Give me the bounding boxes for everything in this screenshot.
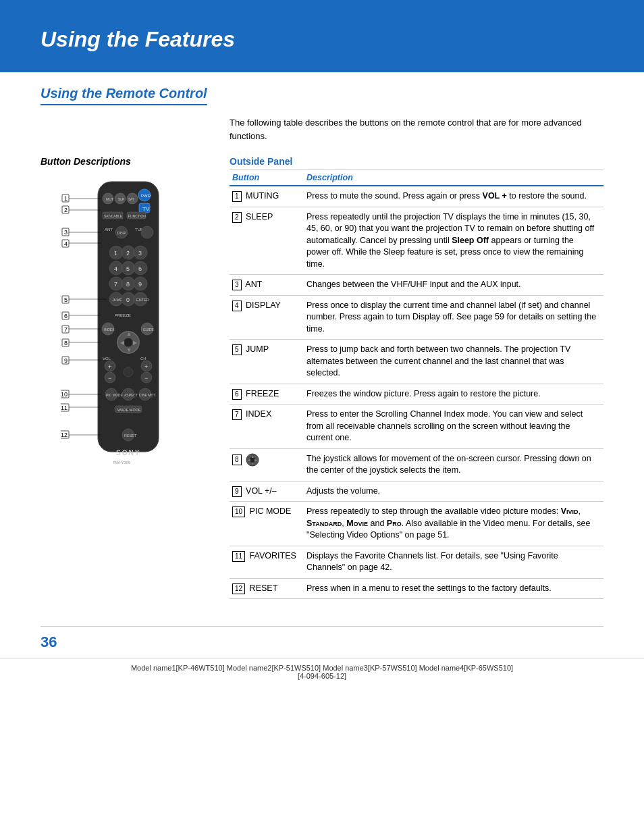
page-number: 36 <box>0 627 644 658</box>
table-cell-button: 11 FAVORITES <box>230 546 304 578</box>
footer-models: Model name1[KP-46WT510] Model name2[KP-5… <box>131 664 513 672</box>
table-header-row: Button Description <box>230 170 603 186</box>
svg-text:CINE MOT: CINE MOT <box>139 393 155 397</box>
svg-text:1: 1 <box>114 250 117 257</box>
table-cell-description: Press once to display the current time a… <box>304 295 603 340</box>
button-name: MUTING <box>246 191 279 201</box>
svg-text:SAT: SAT <box>128 198 134 201</box>
button-number: 8 <box>232 454 242 465</box>
table-row: 2 SLEEPPress repeatedly until the projec… <box>230 207 603 275</box>
svg-text:0: 0 <box>126 296 130 303</box>
table-row: 8 ▲▼◀▶The joystick allows for movement o… <box>230 448 603 481</box>
table-cell-button: 4 DISPLAY <box>230 295 304 340</box>
button-number: 3 <box>232 280 242 290</box>
button-name: VOL +/– <box>246 486 277 496</box>
svg-text:9: 9 <box>138 281 142 288</box>
svg-text:8: 8 <box>64 340 68 346</box>
svg-text:−: − <box>108 375 111 382</box>
svg-text:CH: CH <box>140 357 146 361</box>
svg-text:RM-Y309: RM-Y309 <box>113 461 131 465</box>
table-cell-button: 5 JUMP <box>230 340 304 384</box>
right-panel: Outside Panel Button Description 1 MUTIN… <box>230 156 603 599</box>
svg-text:▲: ▲ <box>126 331 132 337</box>
col-button: Button <box>230 170 304 186</box>
svg-text:5: 5 <box>126 265 130 272</box>
button-name: RESET <box>250 583 278 593</box>
table-cell-description: Displays the Favorite Channels list. For… <box>304 546 603 578</box>
table-row: 11 FAVORITESDisplays the Favorite Channe… <box>230 546 603 578</box>
svg-text:10: 10 <box>61 391 68 398</box>
svg-text:INDEX: INDEX <box>104 328 115 332</box>
svg-point-31 <box>141 226 153 238</box>
button-name: DISPLAY <box>246 301 281 310</box>
button-number: 1 <box>232 191 242 202</box>
svg-text:2: 2 <box>64 207 68 213</box>
table-row: 6 FREEZEFreezes the window picture. Pres… <box>230 384 603 405</box>
left-panel: Button Descriptions 1 <box>41 156 209 599</box>
table-cell-description: Press repeatedly to step through the ava… <box>304 502 603 546</box>
table-row: 1 MUTINGPress to mute the sound. Press a… <box>230 186 603 207</box>
button-number: 7 <box>232 409 242 420</box>
svg-point-73 <box>124 338 133 347</box>
button-number: 11 <box>232 551 245 562</box>
content-area: Button Descriptions 1 <box>41 156 603 599</box>
svg-text:7: 7 <box>64 326 68 333</box>
table-cell-button: 7 INDEX <box>230 405 304 449</box>
table-cell-description: Changes between the VHF/UHF input and th… <box>304 275 603 296</box>
remote-svg: 1 2 MUT SLP SAT <box>61 175 196 499</box>
table-cell-button: 3 ANT <box>230 275 304 296</box>
svg-text:12: 12 <box>61 432 68 438</box>
page-title: Using the Features <box>41 27 603 52</box>
svg-text:11: 11 <box>61 405 68 411</box>
svg-text:▼: ▼ <box>126 347 132 353</box>
table-cell-button: 1 MUTING <box>230 186 304 207</box>
button-name: ▲▼◀▶ <box>246 454 259 464</box>
svg-text:▶: ▶ <box>133 340 138 346</box>
outside-panel-header: Outside Panel <box>230 156 603 167</box>
svg-text:ANT: ANT <box>105 228 113 232</box>
svg-text:2: 2 <box>126 250 130 257</box>
section-title: Using the Remote Control <box>41 86 207 105</box>
table-cell-button: 12 RESET <box>230 578 304 599</box>
button-name: INDEX <box>246 409 271 419</box>
table-cell-description: Freezes the window picture. Press again … <box>304 384 603 405</box>
table-row: 12 RESETPress when in a menu to reset th… <box>230 578 603 599</box>
footer-part: [4-094-605-12] <box>298 672 346 680</box>
svg-text:VOL: VOL <box>103 357 111 361</box>
table-cell-description: Press to enter the Scrolling Channel Ind… <box>304 405 603 449</box>
button-number: 5 <box>232 344 242 355</box>
table-cell-button: 9 VOL +/– <box>230 481 304 502</box>
table-row: 4 DISPLAYPress once to display the curre… <box>230 295 603 340</box>
svg-text:GUIDE: GUIDE <box>143 328 155 332</box>
remote-illustration: 1 2 MUT SLP SAT <box>41 175 189 501</box>
svg-text:TV: TV <box>142 206 150 212</box>
button-number: 4 <box>232 301 242 311</box>
button-name: ANT <box>245 280 262 289</box>
table-cell-description: Press to jump back and forth between two… <box>304 340 603 384</box>
svg-text:PIC MODE: PIC MODE <box>106 393 123 397</box>
table-cell-button: 2 SLEEP <box>230 207 304 275</box>
table-row: 10 PIC MODEPress repeatedly to step thro… <box>230 502 603 546</box>
svg-text:−: − <box>144 375 148 382</box>
button-desc-title: Button Descriptions <box>41 156 209 167</box>
col-description: Description <box>304 170 603 186</box>
table-cell-button: 8 ▲▼◀▶ <box>230 448 304 481</box>
table-row: 5 JUMPPress to jump back and forth betwe… <box>230 340 603 384</box>
header-banner: Using the Features <box>0 0 644 72</box>
svg-text:WADE MODE: WADE MODE <box>117 408 141 412</box>
svg-text:PWR: PWR <box>141 194 151 198</box>
svg-text:SAT/CABLE: SAT/CABLE <box>104 214 123 218</box>
svg-text:ENTER: ENTER <box>136 298 149 302</box>
table-row: 9 VOL +/–Adjusts the volume. <box>230 481 603 502</box>
svg-text:FREEZE: FREEZE <box>115 313 131 317</box>
main-content: Using the Remote Control The following t… <box>0 72 644 613</box>
svg-text:+: + <box>108 363 111 370</box>
button-name: PIC MODE <box>250 506 292 516</box>
svg-text:3: 3 <box>64 229 68 236</box>
button-name: JUMP <box>246 344 269 354</box>
table-cell-description: Press to mute the sound. Press again or … <box>304 186 603 207</box>
svg-text:9: 9 <box>64 357 68 364</box>
button-name: FREEZE <box>246 389 279 398</box>
intro-text: The following table describes the button… <box>230 116 603 142</box>
svg-text:◀: ◀ <box>120 340 125 346</box>
